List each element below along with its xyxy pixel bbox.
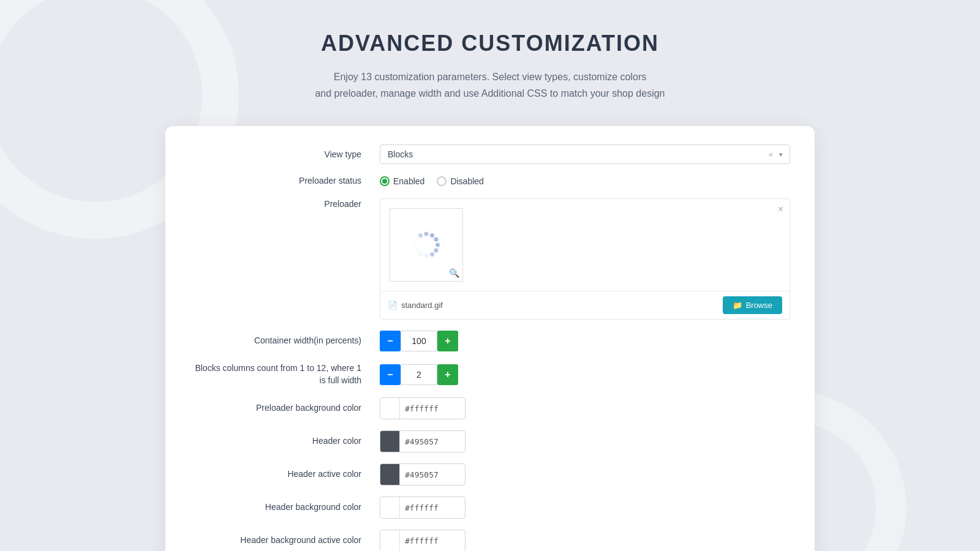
blocks-columns-label: Blocks columns count from 1 to 12, where… [190,362,380,386]
blocks-columns-control: − 2 + [380,364,790,385]
header-bg-color-text[interactable] [400,503,466,512]
header-active-color-text[interactable] [400,470,466,479]
header-bg-active-color-text[interactable] [400,536,466,545]
header-color-text[interactable] [400,437,466,446]
spinner [410,228,443,261]
header-bg-color-label: Header background color [190,501,380,514]
header-bg-color-input [380,497,466,519]
container-width-row: Container width(in percents) − 100 + [190,331,790,351]
svg-point-9 [413,242,417,247]
header-active-color-control [380,463,790,485]
preloader-label: Preloader [190,198,380,211]
header-color-swatch[interactable] [380,431,400,452]
page-subtitle: Enjoy 13 customization parameters. Selec… [315,69,665,102]
radio-enabled-label: Enabled [393,176,424,186]
header-bg-color-swatch[interactable] [380,497,400,518]
svg-point-1 [430,233,434,238]
file-name: standard.gif [401,301,723,310]
svg-point-2 [434,237,439,241]
preloader-row: Preloader × [190,198,790,320]
view-type-select[interactable]: Blocks List Grid [380,144,790,164]
view-type-label: View type [190,149,380,161]
radio-enabled[interactable]: Enabled [380,176,424,186]
main-card: View type Blocks List Grid × ▾ Preloader… [165,126,815,551]
svg-point-8 [415,248,419,252]
container-width-value: 100 [401,331,437,351]
header-color-input [380,430,466,452]
header-bg-color-control [380,497,790,519]
header-bg-active-color-control [380,530,790,551]
header-active-color-row: Header active color [190,463,790,485]
header-color-label: Header color [190,435,380,448]
container-width-plus[interactable]: + [437,331,458,351]
preloader-bg-color-text[interactable] [400,404,466,413]
container-width-control: − 100 + [380,331,790,351]
preloader-thumbnail: 🔍 [390,208,463,282]
file-input-row: 📄 standard.gif 📁 Browse [380,291,790,319]
blocks-columns-value: 2 [401,364,437,385]
svg-point-4 [434,248,439,252]
header-bg-active-color-row: Header background active color [190,530,790,551]
svg-point-10 [415,237,419,241]
preloader-container: 🔍 [380,199,790,291]
blocks-columns-minus[interactable]: − [380,364,401,385]
browse-label: Browse [746,301,772,310]
radio-dot-disabled [437,176,447,186]
blocks-columns-plus[interactable]: + [437,364,458,385]
view-type-row: View type Blocks List Grid × ▾ [190,144,790,164]
preloader-control: × [380,198,790,320]
radio-disabled-label: Disabled [450,176,483,186]
preloader-status-label: Preloader status [190,175,380,187]
header-active-color-label: Header active color [190,468,380,481]
preloader-bg-color-control [380,397,790,419]
radio-group: Enabled Disabled [380,176,790,186]
container-width-stepper: − 100 + [380,331,790,351]
header-bg-color-row: Header background color [190,497,790,519]
preloader-bg-color-swatch[interactable] [380,398,400,419]
header-bg-active-color-swatch[interactable] [380,530,400,551]
page-title: ADVANCED CUSTOMIZATION [321,31,659,56]
preloader-bg-color-row: Preloader background color [190,397,790,419]
header-active-color-input [380,463,466,485]
blocks-columns-stepper: − 2 + [380,364,790,385]
blocks-columns-row: Blocks columns count from 1 to 12, where… [190,362,790,386]
header-color-control [380,430,790,452]
container-width-label: Container width(in percents) [190,335,380,347]
svg-point-11 [418,233,423,238]
svg-point-6 [424,253,429,258]
svg-point-7 [418,252,423,257]
preloader-bg-color-label: Preloader background color [190,402,380,414]
svg-point-5 [430,252,434,257]
preloader-status-control: Enabled Disabled [380,176,790,186]
zoom-icon[interactable]: 🔍 [449,268,459,278]
container-width-minus[interactable]: − [380,331,401,351]
preloader-status-row: Preloader status Enabled Disabled [190,175,790,187]
preloader-close-icon[interactable]: × [778,204,783,215]
svg-point-3 [435,242,440,247]
browse-button[interactable]: 📁 Browse [723,296,782,314]
preloader-bg-color-input [380,397,466,419]
view-type-control: Blocks List Grid × ▾ [380,144,790,164]
file-icon: 📄 [388,301,398,310]
header-bg-active-color-label: Header background active color [190,534,380,547]
svg-point-0 [424,231,429,236]
preloader-area: × [380,198,790,320]
header-bg-active-color-input [380,530,466,551]
radio-disabled[interactable]: Disabled [437,176,483,186]
header-color-row: Header color [190,430,790,452]
header-active-color-swatch[interactable] [380,464,400,485]
browse-folder-icon: 📁 [733,301,742,310]
view-type-select-wrapper: Blocks List Grid × ▾ [380,144,790,164]
spinner-svg [410,228,443,261]
radio-dot-enabled [380,176,390,186]
